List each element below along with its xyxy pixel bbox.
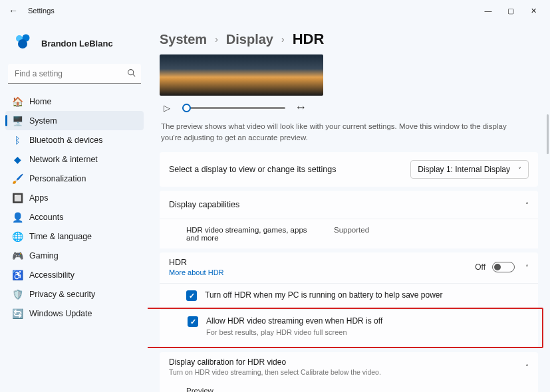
- paintbrush-icon: 🖌️: [12, 173, 23, 184]
- fullscreen-button[interactable]: ⤢: [295, 101, 308, 114]
- display-capabilities-expander[interactable]: Display capabilities ˄: [160, 191, 538, 219]
- sidebar-item-label: Home: [29, 97, 51, 106]
- chevron-up-icon: ˄: [525, 264, 529, 271]
- user-profile[interactable]: Brandon LeBlanc: [5, 27, 144, 64]
- apps-icon: 🔲: [12, 193, 23, 203]
- update-icon: 🔄: [12, 308, 23, 319]
- video-preview-thumbnail: [160, 54, 323, 96]
- search-input[interactable]: [8, 64, 141, 84]
- video-seek-slider[interactable]: [182, 107, 285, 109]
- bluetooth-icon: ᛒ: [12, 135, 23, 146]
- breadcrumb-display[interactable]: Display: [226, 32, 273, 47]
- sidebar-item-label: Personalization: [29, 174, 86, 183]
- hdr-title: HDR: [169, 258, 224, 267]
- play-button[interactable]: ▷: [164, 103, 170, 113]
- preview-hint-text: The preview shows what video will look l…: [160, 117, 522, 152]
- capabilities-item-value: Supported: [334, 226, 369, 242]
- avatar-icon: [12, 32, 35, 54]
- accessibility-icon: ♿: [12, 270, 23, 280]
- svg-point-2: [18, 39, 27, 49]
- highlighted-setting-box: ✓ Allow HDR video streaming even when HD…: [148, 308, 543, 348]
- chevron-down-icon: ˅: [518, 166, 521, 173]
- system-icon: 🖥️: [12, 116, 23, 126]
- sidebar-item-label: Windows Update: [29, 309, 92, 318]
- scrollbar[interactable]: [547, 114, 549, 154]
- sidebar-item-label: Privacy & security: [29, 290, 95, 299]
- sidebar-item-label: Apps: [29, 193, 49, 203]
- breadcrumb-system[interactable]: System: [160, 32, 207, 47]
- sidebar-item-label: Time & language: [29, 232, 92, 241]
- chevron-right-icon: ›: [215, 34, 218, 45]
- sidebar-item-label: Bluetooth & devices: [29, 136, 103, 145]
- svg-point-3: [128, 70, 134, 75]
- calibration-preview-label: Preview: [160, 383, 538, 392]
- sidebar-item-accounts[interactable]: 👤Accounts: [5, 207, 144, 227]
- wifi-icon: ◆: [12, 154, 23, 165]
- hdr-toggle[interactable]: [492, 262, 515, 272]
- sidebar-item-label: Accounts: [29, 213, 63, 222]
- sidebar-item-label: System: [29, 116, 57, 126]
- sidebar-item-bluetooth[interactable]: ᛒBluetooth & devices: [5, 130, 144, 149]
- calibration-title: Display calibration for HDR video: [169, 357, 381, 367]
- hdr-toggle-state: Off: [475, 262, 485, 272]
- battery-hdr-checkbox[interactable]: ✓: [186, 290, 197, 301]
- home-icon: 🏠: [12, 96, 23, 107]
- close-button[interactable]: ✕: [522, 2, 545, 19]
- allow-hdr-streaming-label: Allow HDR video streaming even when HDR …: [206, 316, 382, 326]
- sidebar-item-label: Network & internet: [29, 155, 98, 164]
- battery-hdr-label: Turn off HDR when my PC is running on ba…: [205, 290, 443, 300]
- search-icon: [127, 68, 136, 79]
- sidebar-item-time[interactable]: 🌐Time & language: [5, 227, 144, 246]
- clock-icon: 🌐: [12, 231, 23, 242]
- user-name: Brandon LeBlanc: [41, 39, 113, 49]
- gaming-icon: 🎮: [12, 250, 23, 261]
- svg-line-4: [133, 74, 135, 76]
- capabilities-item-label: HDR video streaming, games, apps and mor…: [186, 226, 319, 242]
- chevron-right-icon: ›: [281, 34, 285, 45]
- window-title: Settings: [28, 7, 55, 15]
- sidebar-item-gaming[interactable]: 🎮Gaming: [5, 246, 144, 265]
- allow-hdr-streaming-sub: For best results, play HDR video full sc…: [206, 328, 382, 336]
- sidebar-item-privacy[interactable]: 🛡️Privacy & security: [5, 284, 144, 304]
- sidebar-item-network[interactable]: ◆Network & internet: [5, 149, 144, 169]
- maximize-button[interactable]: ▢: [499, 2, 522, 19]
- sidebar-item-accessibility[interactable]: ♿Accessibility: [5, 265, 144, 284]
- minimize-button[interactable]: —: [477, 2, 499, 19]
- sidebar-item-label: Accessibility: [29, 270, 74, 280]
- display-select-dropdown[interactable]: Display 1: Internal Display ˅: [410, 160, 529, 179]
- breadcrumb: System › Display › HDR: [160, 28, 538, 54]
- capabilities-title: Display capabilities: [169, 200, 239, 209]
- allow-hdr-streaming-checkbox[interactable]: ✓: [188, 316, 198, 327]
- chevron-up-icon: ˄: [525, 363, 529, 371]
- sidebar-item-personalization[interactable]: 🖌️Personalization: [5, 169, 144, 188]
- chevron-up-icon: ˄: [525, 201, 529, 209]
- display-select-value: Display 1: Internal Display: [418, 165, 510, 174]
- sidebar-item-apps[interactable]: 🔲Apps: [5, 188, 144, 207]
- accounts-icon: 👤: [12, 212, 23, 223]
- sidebar-item-home[interactable]: 🏠Home: [5, 92, 144, 111]
- sidebar-item-label: Gaming: [29, 251, 59, 260]
- sidebar-item-system[interactable]: 🖥️System: [5, 111, 144, 130]
- slider-thumb[interactable]: [182, 104, 191, 112]
- display-select-label: Select a display to view or change its s…: [169, 165, 337, 174]
- more-about-hdr-link[interactable]: More about HDR: [169, 268, 224, 276]
- page-title: HDR: [293, 31, 325, 48]
- shield-icon: 🛡️: [12, 289, 23, 300]
- sidebar-item-update[interactable]: 🔄Windows Update: [5, 304, 144, 323]
- calibration-sub: Turn on HDR video streaming, then select…: [169, 368, 381, 376]
- back-button[interactable]: ←: [5, 5, 21, 16]
